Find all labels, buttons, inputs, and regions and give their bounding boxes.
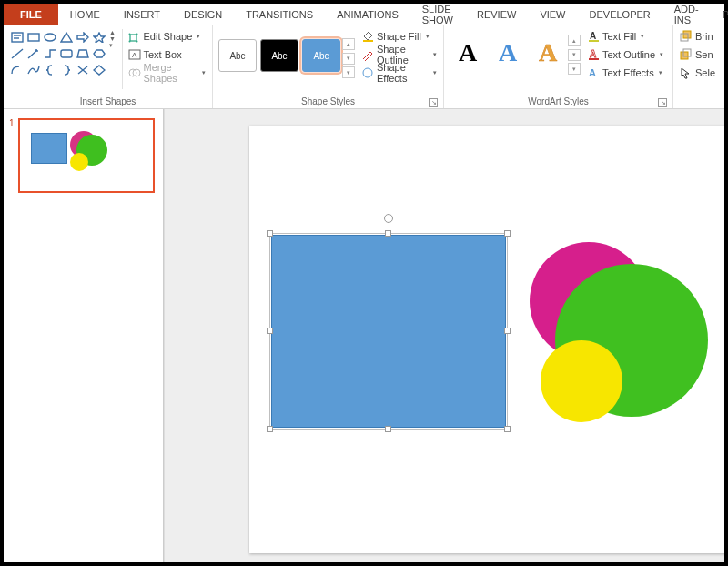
group-label-insert-shapes: Insert Shapes (7, 96, 208, 108)
style-swatch-2[interactable]: Abc (260, 39, 298, 72)
wordart-swatch-2[interactable]: A (490, 35, 526, 71)
resize-handle-bl[interactable] (267, 426, 273, 432)
text-fill-button[interactable]: A Text Fill ▾ (584, 27, 666, 45)
resize-handle-tm[interactable] (385, 230, 391, 237)
shapes-gallery-scroll[interactable]: ▲▼▾ (109, 27, 119, 51)
shape-rectangle-selected[interactable] (271, 235, 506, 428)
shape-star-icon[interactable] (91, 29, 107, 45)
text-fill-icon: A (587, 30, 600, 43)
shape-rounded-rect-icon[interactable] (58, 45, 75, 62)
tab-animations[interactable]: ANIMATIONS (325, 4, 410, 25)
text-outline-button[interactable]: A Text Outline ▾ (584, 45, 666, 64)
wordart-gallery-scroll[interactable]: ▴▾▾ (568, 35, 581, 75)
ribbon: ▲▼▾ Edit Shape ▾ A Text Box Merge Shapes (4, 25, 724, 109)
shape-right-brace-icon[interactable] (58, 62, 75, 78)
tab-view[interactable]: VIEW (528, 4, 577, 25)
pen-outline-icon (361, 48, 374, 61)
shape-circle-yellow[interactable] (541, 340, 622, 422)
shape-rectangle-icon[interactable] (25, 29, 42, 45)
shape-arc-icon[interactable] (9, 62, 25, 78)
edit-shape-icon (128, 30, 141, 43)
shape-left-brace-icon[interactable] (42, 62, 58, 78)
svg-rect-30 (681, 52, 688, 59)
style-swatch-1[interactable]: Abc (218, 39, 257, 72)
shape-triangle-icon[interactable] (58, 29, 75, 45)
wordart-swatch-3[interactable]: A (530, 35, 566, 71)
shape-cross-icon[interactable] (75, 62, 91, 78)
tab-home[interactable]: HOME (58, 4, 112, 25)
style-gallery-scroll[interactable]: ▴▾▾ (342, 38, 355, 78)
dropdown-caret-icon: ▾ (433, 69, 437, 76)
svg-rect-26 (589, 58, 599, 60)
shape-arrow-line-icon[interactable] (25, 45, 42, 62)
text-effects-label: Text Effects (602, 67, 654, 78)
paint-bucket-icon (361, 30, 374, 43)
dropdown-caret-icon: ▾ (426, 33, 430, 40)
send-backward-button[interactable]: Sen (677, 45, 718, 64)
shape-effects-button[interactable]: Shape Effects ▾ (359, 64, 440, 82)
text-box-button[interactable]: A Text Box (126, 45, 209, 64)
shape-outline-button[interactable]: Shape Outline ▾ (359, 45, 440, 64)
group-arrange-clipped: Brin Sen Sele (673, 25, 724, 108)
shape-line-icon[interactable] (9, 45, 25, 62)
svg-rect-3 (28, 34, 39, 41)
thumb-shape-rect (31, 133, 67, 164)
shape-hexagon-icon[interactable] (91, 45, 107, 62)
text-fill-label: Text Fill (602, 31, 636, 42)
svg-point-13 (128, 41, 130, 43)
edit-shape-button[interactable]: Edit Shape ▾ (126, 27, 209, 45)
group-wordart-styles: A A A ▴▾▾ A Text Fill ▾ A Text Outline ▾ (444, 25, 673, 108)
svg-point-4 (45, 34, 56, 41)
tab-design[interactable]: DESIGN (172, 4, 234, 25)
edit-shape-label: Edit Shape (144, 31, 193, 42)
shape-effects-label: Shape Effects (377, 62, 429, 84)
svg-line-5 (12, 49, 23, 58)
resize-handle-bm[interactable] (385, 426, 391, 432)
shape-fill-label: Shape Fill (377, 31, 421, 42)
merge-shapes-label: Merge Shapes (144, 62, 198, 84)
wordart-swatch-1[interactable]: A (450, 35, 486, 71)
shape-diamond-icon[interactable] (91, 62, 107, 78)
tab-pdf[interactable]: PDF (711, 4, 728, 25)
rotate-handle[interactable] (384, 214, 393, 223)
tab-insert[interactable]: INSERT (112, 4, 172, 25)
shape-trapezoid-icon[interactable] (75, 45, 91, 62)
merge-shapes-button[interactable]: Merge Shapes ▾ (126, 64, 209, 82)
resize-handle-br[interactable] (504, 426, 511, 432)
slide-canvas-area[interactable] (178, 109, 724, 562)
app-window: FILE HOME INSERT DESIGN TRANSITIONS ANIM… (4, 4, 724, 562)
workspace: 1 (4, 109, 724, 562)
bring-forward-button[interactable]: Brin (677, 27, 718, 45)
svg-rect-10 (130, 35, 136, 41)
tab-add-ins[interactable]: ADD-INS (662, 4, 711, 25)
shape-elbow-icon[interactable] (42, 45, 58, 62)
shape-fill-button[interactable]: Shape Fill ▾ (359, 27, 440, 45)
bring-forward-label: Brin (695, 31, 713, 42)
resize-handle-mr[interactable] (504, 328, 511, 334)
slide-thumbnail-1[interactable]: 1 (9, 118, 157, 193)
selection-pane-button[interactable]: Sele (677, 64, 718, 82)
thumbnail-scrollbar[interactable] (164, 109, 178, 562)
tab-slide-show[interactable]: SLIDE SHOW (410, 4, 465, 25)
shape-right-arrow-icon[interactable] (75, 29, 91, 45)
tab-developer[interactable]: DEVELOPER (578, 4, 662, 25)
shape-oval-icon[interactable] (42, 29, 58, 45)
shape-curve-icon[interactable] (25, 62, 42, 78)
send-backward-label: Sen (695, 49, 713, 60)
shapes-gallery[interactable] (7, 27, 109, 80)
tab-transitions[interactable]: TRANSITIONS (234, 4, 325, 25)
group-shape-styles: Abc Abc Abc ▴▾▾ Shape Fill ▾ Shape Outli… (213, 25, 444, 108)
resize-handle-ml[interactable] (267, 328, 273, 334)
tab-review[interactable]: REVIEW (465, 4, 528, 25)
slide[interactable] (249, 126, 724, 553)
svg-rect-24 (589, 40, 599, 42)
style-swatch-3-selected[interactable]: Abc (302, 39, 340, 72)
shape-textbox-icon[interactable] (9, 29, 25, 45)
tab-file[interactable]: FILE (4, 4, 58, 25)
dialog-launcher-icon[interactable]: ↘ (658, 98, 667, 107)
text-outline-label: Text Outline (602, 49, 655, 60)
dialog-launcher-icon[interactable]: ↘ (429, 98, 438, 107)
resize-handle-tr[interactable] (504, 230, 511, 237)
text-effects-button[interactable]: A Text Effects ▾ (584, 64, 666, 82)
resize-handle-tl[interactable] (267, 230, 273, 237)
